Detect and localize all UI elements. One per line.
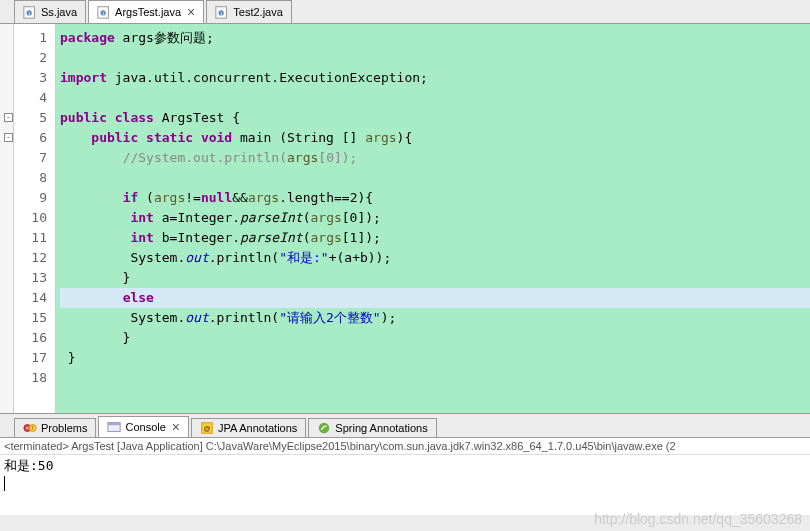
- code-line[interactable]: else: [60, 288, 810, 308]
- code-area[interactable]: package args参数问题;import java.util.concur…: [56, 24, 810, 413]
- line-number: 15: [14, 308, 47, 328]
- tab-icon: @: [200, 421, 214, 435]
- bottom-tab[interactable]: ×!Problems: [14, 418, 96, 437]
- line-number: 6-: [14, 128, 47, 148]
- left-margin: [0, 24, 14, 413]
- line-number: 18: [14, 368, 47, 388]
- java-file-icon: J: [97, 5, 111, 19]
- tab-label: Test2.java: [233, 6, 283, 18]
- editor-tabs: JSs.javaJArgsTest.java×JTest2.java: [0, 0, 810, 24]
- tab-icon: [317, 421, 331, 435]
- code-line[interactable]: int a=Integer.parseInt(args[0]);: [60, 208, 810, 228]
- svg-text:J: J: [102, 11, 104, 16]
- svg-text:J: J: [28, 11, 30, 16]
- editor-tab[interactable]: JTest2.java: [206, 0, 292, 23]
- watermark: http://blog.csdn.net/qq_35603268: [594, 511, 802, 527]
- code-line[interactable]: if (args!=null&&args.length==2){: [60, 188, 810, 208]
- code-line[interactable]: System.out.println("请输入2个整数");: [60, 308, 810, 328]
- close-icon[interactable]: ×: [172, 419, 180, 435]
- line-number: 3!: [14, 68, 47, 88]
- svg-text:×: ×: [26, 425, 29, 431]
- code-line[interactable]: package args参数问题;: [60, 28, 810, 48]
- line-number: 9: [14, 188, 47, 208]
- code-line[interactable]: int b=Integer.parseInt(args[1]);: [60, 228, 810, 248]
- svg-rect-16: [108, 423, 120, 426]
- svg-text:@: @: [203, 425, 210, 432]
- bottom-tabs: ×!ProblemsConsole×@JPA AnnotationsSpring…: [0, 414, 810, 438]
- editor-tab[interactable]: JArgsTest.java×: [88, 0, 204, 23]
- fold-icon[interactable]: -: [4, 133, 13, 142]
- tab-label: ArgsTest.java: [115, 6, 181, 18]
- line-number: 1: [14, 28, 47, 48]
- console-output[interactable]: 和是:50: [0, 455, 810, 515]
- line-number: 7: [14, 148, 47, 168]
- close-icon[interactable]: ×: [187, 4, 195, 20]
- line-number: 14: [14, 288, 47, 308]
- code-line[interactable]: import java.util.concurrent.ExecutionExc…: [60, 68, 810, 88]
- code-line[interactable]: [60, 48, 810, 68]
- code-line[interactable]: System.out.println("和是:"+(a+b));: [60, 248, 810, 268]
- code-line[interactable]: [60, 368, 810, 388]
- console-header: <terminated> ArgsTest [Java Application]…: [0, 438, 810, 455]
- code-line[interactable]: }: [60, 348, 810, 368]
- console-line: 和是:50: [4, 458, 53, 473]
- code-line[interactable]: [60, 168, 810, 188]
- bottom-tab[interactable]: Spring Annotations: [308, 418, 436, 437]
- code-line[interactable]: }: [60, 268, 810, 288]
- tab-label: Spring Annotations: [335, 422, 427, 434]
- bottom-tab[interactable]: @JPA Annotations: [191, 418, 306, 437]
- tab-label: JPA Annotations: [218, 422, 297, 434]
- gutter: 123!45-6-789101112131415161718: [14, 24, 56, 413]
- tab-icon: ×!: [23, 421, 37, 435]
- line-number: 5-: [14, 108, 47, 128]
- line-number: 16: [14, 328, 47, 348]
- bottom-tab[interactable]: Console×: [98, 416, 189, 437]
- tab-label: Console: [125, 421, 165, 433]
- tab-label: Problems: [41, 422, 87, 434]
- code-line[interactable]: [60, 88, 810, 108]
- code-line[interactable]: //System.out.println(args[0]);: [60, 148, 810, 168]
- code-line[interactable]: public static void main (String [] args)…: [60, 128, 810, 148]
- code-line[interactable]: public class ArgsTest {: [60, 108, 810, 128]
- line-number: 12: [14, 248, 47, 268]
- line-number: 11: [14, 228, 47, 248]
- editor-container: 123!45-6-789101112131415161718 package a…: [0, 24, 810, 414]
- fold-icon[interactable]: -: [4, 113, 13, 122]
- java-file-icon: J: [215, 5, 229, 19]
- console-cursor: [4, 476, 5, 491]
- line-number: 17: [14, 348, 47, 368]
- line-number: 4: [14, 88, 47, 108]
- svg-text:!: !: [32, 425, 33, 431]
- bottom-panel: ×!ProblemsConsole×@JPA AnnotationsSpring…: [0, 414, 810, 515]
- line-number: 2: [14, 48, 47, 68]
- svg-text:J: J: [220, 11, 222, 16]
- line-number: 13: [14, 268, 47, 288]
- tab-label: Ss.java: [41, 6, 77, 18]
- svg-point-19: [319, 423, 330, 434]
- editor-tab[interactable]: JSs.java: [14, 0, 86, 23]
- code-line[interactable]: }: [60, 328, 810, 348]
- line-number: 8: [14, 168, 47, 188]
- line-number: 10: [14, 208, 47, 228]
- tab-icon: [107, 420, 121, 434]
- java-file-icon: J: [23, 5, 37, 19]
